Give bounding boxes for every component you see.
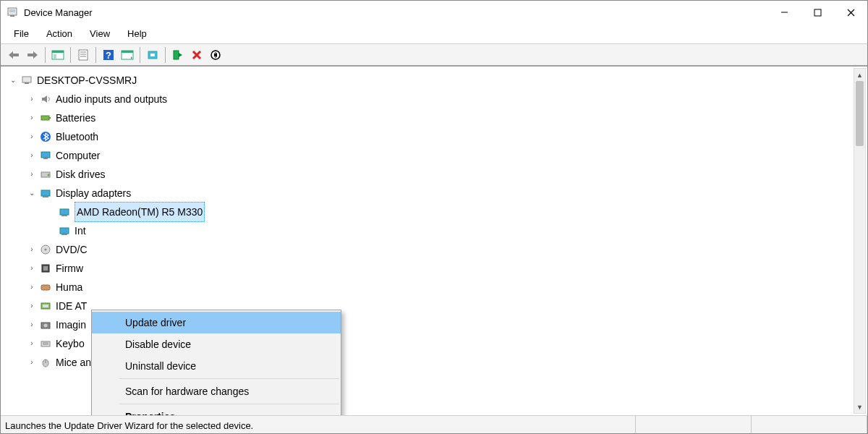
hid-icon (39, 281, 52, 294)
tree-item-amd-radeon[interactable]: AMD Radeon(TM) R5 M330 (8, 203, 864, 221)
chevron-right-icon[interactable]: › (27, 127, 37, 146)
chevron-right-icon[interactable]: › (27, 353, 37, 372)
tree-item-label: Keybo (56, 334, 85, 353)
svg-point-43 (48, 174, 50, 176)
scroll-track[interactable] (854, 81, 865, 401)
dvd-icon (39, 243, 52, 256)
keyboard-icon (39, 337, 52, 350)
context-menu-label: Scan for hardware changes (125, 386, 249, 397)
monitor-icon (39, 149, 52, 162)
tree-item-label: IDE AT (56, 297, 87, 315)
svg-rect-46 (60, 209, 69, 215)
chevron-down-icon[interactable]: ⌄ (27, 184, 37, 203)
menu-help[interactable]: Help (119, 25, 156, 42)
titlebar: Device Manager (1, 1, 867, 24)
tree-root-label: DESKTOP-CVSSMRJ (37, 71, 137, 90)
update-driver-button[interactable] (144, 46, 161, 64)
window-title: Device Manager (24, 7, 767, 18)
help-button[interactable]: ? (100, 46, 117, 64)
svg-rect-25 (174, 51, 179, 59)
svg-rect-41 (43, 158, 48, 159)
chevron-right-icon[interactable]: › (27, 109, 37, 127)
svg-rect-21 (122, 51, 133, 53)
tree-item-dvd[interactable]: › DVD/C (8, 240, 864, 259)
scroll-thumb[interactable] (856, 81, 864, 146)
chevron-right-icon[interactable]: › (27, 297, 37, 315)
tree-root[interactable]: ⌄ DESKTOP-CVSSMRJ (8, 71, 864, 90)
context-menu-label: Disable device (125, 339, 191, 350)
vertical-scrollbar[interactable]: ▲ ▼ (854, 68, 866, 414)
chevron-down-icon[interactable]: ⌄ (8, 71, 18, 90)
bluetooth-icon (39, 130, 52, 143)
statusbar: Launches the Update Driver Wizard for th… (1, 416, 867, 434)
chevron-right-icon[interactable]: › (27, 259, 37, 278)
svg-marker-7 (9, 51, 13, 59)
context-menu-uninstall-device[interactable]: Uninstall device (92, 355, 341, 377)
ide-icon (39, 299, 52, 312)
menu-file[interactable]: File (5, 25, 38, 42)
window-controls (767, 1, 867, 23)
close-button[interactable] (834, 1, 867, 23)
tree-item-audio[interactable]: › Audio inputs and outputs (8, 90, 864, 109)
svg-marker-9 (33, 51, 38, 59)
enable-device-button[interactable] (169, 46, 187, 64)
svg-rect-1 (10, 15, 14, 17)
chevron-right-icon[interactable]: › (27, 315, 37, 334)
menubar: File Action View Help (1, 24, 867, 44)
minimize-button[interactable] (767, 1, 801, 23)
tree-item-computer[interactable]: › Computer (8, 146, 864, 165)
context-menu-disable-device[interactable]: Disable device (92, 333, 341, 355)
svg-rect-54 (41, 285, 50, 290)
context-menu-update-driver[interactable]: Update driver (92, 312, 341, 333)
context-menu-label: Properties (125, 411, 175, 416)
tree-item-label: Disk drives (56, 165, 105, 184)
disable-device-button[interactable] (207, 46, 224, 64)
svg-rect-47 (61, 215, 67, 216)
chevron-right-icon[interactable]: › (27, 90, 37, 109)
back-button[interactable] (5, 46, 22, 64)
tree-item-label: Batteries (56, 109, 95, 127)
chevron-right-icon[interactable]: › (27, 278, 37, 297)
tree-item-hid[interactable]: › Huma (8, 278, 864, 297)
menu-action[interactable]: Action (38, 25, 81, 42)
maximize-button[interactable] (801, 1, 834, 23)
tree-item-intel-graphics[interactable]: Int (8, 221, 864, 240)
svg-text:?: ? (106, 50, 111, 61)
scroll-up-arrow-icon[interactable]: ▲ (854, 69, 865, 81)
svg-rect-45 (43, 196, 48, 197)
context-menu-scan-hardware[interactable]: Scan for hardware changes (92, 380, 341, 402)
svg-marker-36 (42, 95, 47, 103)
scan-hardware-button[interactable] (119, 46, 136, 64)
svg-rect-38 (49, 117, 51, 119)
tree-item-bluetooth[interactable]: › Bluetooth (8, 127, 864, 146)
svg-rect-53 (43, 266, 48, 271)
properties-button[interactable] (75, 46, 92, 64)
tree-item-label: Int (75, 221, 86, 240)
svg-rect-8 (13, 54, 19, 56)
uninstall-device-button[interactable] (188, 46, 205, 64)
tree-item-display-adapters[interactable]: ⌄ Display adapters (8, 184, 864, 203)
context-menu-properties[interactable]: Properties (92, 406, 341, 416)
tree-item-label: Display adapters (56, 184, 131, 203)
display-adapter-icon (39, 187, 52, 200)
tree-item-disk-drives[interactable]: › Disk drives (8, 165, 864, 184)
tree-item-batteries[interactable]: › Batteries (8, 109, 864, 127)
context-menu-separator (119, 378, 339, 379)
toolbar-separator (165, 47, 166, 63)
toolbar-separator (45, 47, 46, 63)
chevron-right-icon[interactable]: › (27, 146, 37, 165)
context-menu-label: Uninstall device (125, 360, 196, 372)
menu-view[interactable]: View (81, 25, 119, 42)
statusbar-text: Launches the Update Driver Wizard for th… (1, 416, 636, 434)
forward-button[interactable] (24, 46, 41, 64)
chevron-right-icon[interactable]: › (27, 165, 37, 184)
disk-icon (39, 168, 52, 181)
chevron-right-icon[interactable]: › (27, 240, 37, 259)
toolbar-separator (95, 47, 96, 63)
context-menu: Update driver Disable device Uninstall d… (91, 310, 341, 416)
show-hide-console-button[interactable] (49, 46, 67, 64)
chevron-right-icon[interactable]: › (27, 334, 37, 353)
scroll-down-arrow-icon[interactable]: ▼ (854, 401, 865, 413)
toolbar: ? (1, 44, 867, 67)
tree-item-firmware[interactable]: › Firmw (8, 259, 864, 278)
